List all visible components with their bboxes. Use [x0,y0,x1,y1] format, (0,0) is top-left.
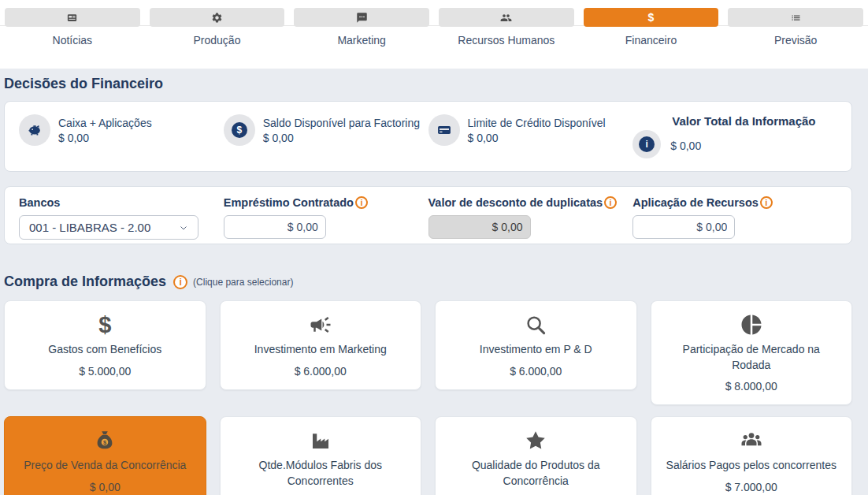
card-label: Preço de Venda da Concorrência [17,458,193,474]
discount-field: Valor de desconto de duplicatasi [428,195,633,239]
tab-producao[interactable]: Produção [145,8,290,47]
summary-value: $ 0,00 [58,132,152,144]
tab-producao-label: Produção [194,34,241,47]
card-value: $ 7.000,00 [664,481,840,493]
info-icon: i [639,136,655,152]
card-value: $ 8.000,00 [664,380,840,393]
tab-previsao[interactable]: Previsão [723,8,868,47]
info-purchase-header: Compra de Informações i (Clique para sel… [4,274,852,290]
summary-item-credito: Limite de Crédito Disponível $ 0,00 [428,114,633,146]
tab-previsao-label: Previsão [774,34,817,47]
bank-label: Bancos [19,196,60,209]
card-value: $ 6.000,00 [448,365,624,378]
info-card-investimento-ped[interactable]: Investimento em P & D $ 6.000,00 [435,300,637,390]
card-label: Qtde.Módulos Fabris dos Concorrentes [233,458,409,489]
info-card-qualidade-produtos[interactable]: Qualidade do Produtos da Concorrência $ … [435,416,637,495]
discount-input [428,215,531,239]
people-icon [500,12,512,24]
tab-marketing-label: Marketing [337,34,385,47]
top-tab-bar: Notícias Produção Marketing Recursos Hum… [0,0,868,69]
list-icon [790,12,802,24]
info-icon[interactable]: i [355,196,368,209]
application-input[interactable] [632,215,735,239]
card-label: Investimento em P & D [448,342,624,358]
loan-label: Empréstimo Contratado [224,196,354,209]
card-value: $ 0,00 [17,481,193,493]
bank-field: Bancos 001 - LIBABRAS - 2.00 [19,195,224,240]
info-card-preco-venda-concorrencia[interactable]: $ Preço de Venda da Concorrência $ 0,00 [4,416,206,495]
tab-recursos-humanos[interactable]: Recursos Humanos [434,8,579,47]
summary-item-caixa: Caixa + Aplicações $ 0,00 [19,114,224,146]
money-bag-icon: $ [93,429,117,452]
main-content: Decisões do Financeiro Caixa + Aplicaçõe… [0,69,868,495]
info-icon[interactable]: i [173,275,187,289]
summary-value: $ 0,00 [263,132,420,144]
info-card-gastos-beneficios[interactable]: $ Gastos com Benefícios $ 5.000,00 [4,300,206,390]
summary-label: Limite de Crédito Disponível [468,114,606,129]
search-icon [524,313,547,337]
summary-item-factoring: $ Saldo Disponível para Factoring $ 0,00 [224,114,428,146]
pie-chart-icon [740,313,763,337]
dollar-icon: $ [98,314,111,337]
tab-previsao-button[interactable] [728,8,863,27]
credit-card-icon [436,122,452,138]
star-icon [524,429,547,452]
discount-label: Valor de desconto de duplicatas [428,196,603,209]
card-label: Participação de Mercado na Rodada [664,342,840,373]
piggy-bank-icon [27,122,43,138]
card-value: $ 5.000,00 [17,365,193,378]
info-card-participacao-mercado[interactable]: Participação de Mercado na Rodada $ 8.00… [651,300,853,405]
tab-noticias[interactable]: Notícias [0,8,145,47]
info-icon[interactable]: i [604,196,617,209]
info-purchase-title: Compra de Informações [4,274,166,290]
card-label: Investimento em Marketing [233,342,409,358]
summary-value: $ 0,00 [670,140,701,152]
tab-noticias-label: Notícias [53,34,93,47]
tab-noticias-button[interactable] [5,8,140,27]
tab-producao-button[interactable] [150,8,285,27]
tab-financeiro-label: Financeiro [625,34,677,47]
financial-summary-panel: Caixa + Aplicações $ 0,00 $ Saldo Dispon… [4,101,852,172]
info-card-modulos-fabris[interactable]: Qtde.Módulos Fabris dos Concorrentes $ 5… [220,416,422,495]
dollar-icon: $ [648,12,655,23]
card-value: $ 6.000,00 [233,365,409,378]
tab-financeiro[interactable]: $ Financeiro [579,8,724,47]
chevron-down-icon [179,223,188,233]
application-label: Aplicação de Recursos [632,196,759,209]
info-icon[interactable]: i [760,196,773,209]
card-label: Qualidade do Produtos da Concorrência [448,458,624,489]
bank-select[interactable]: 001 - LIBABRAS - 2.00 [19,215,198,240]
megaphone-icon [309,313,332,337]
card-label: Salários Pagos pelos concorrentes [664,458,840,474]
tab-recursos-humanos-button[interactable] [439,8,574,27]
info-card-salarios-concorrentes[interactable]: Salários Pagos pelos concorrentes $ 7.00… [651,416,853,495]
summary-value: $ 0,00 [468,132,606,144]
info-card-investimento-marketing[interactable]: Investimento em Marketing $ 6.000,00 [220,300,422,390]
summary-item-valor-informacao: Valor Total da Informação i $ 0,00 [632,114,837,158]
tab-marketing-button[interactable] [294,8,429,27]
summary-label: Saldo Disponível para Factoring [263,114,420,129]
info-purchase-hint: (Clique para selecionar) [193,277,293,288]
bank-selected-option: 001 - LIBABRAS - 2.00 [29,221,150,234]
info-purchase-cards: $ Gastos com Benefícios $ 5.000,00 Inves… [4,300,852,495]
coin-dollar-icon: $ [232,122,247,138]
loan-input[interactable] [224,215,326,239]
loan-field: Empréstimo Contratadoi [224,195,428,239]
group-icon [740,429,763,452]
tab-recursos-humanos-label: Recursos Humanos [458,34,555,47]
summary-label: Caixa + Aplicações [58,114,152,129]
chat-icon [356,12,368,24]
gear-icon [211,12,223,24]
financial-section-title: Decisões do Financeiro [4,76,852,92]
summary-label: Valor Total da Informação [672,114,837,128]
application-field: Aplicação de Recursosi [632,195,837,239]
tab-marketing[interactable]: Marketing [289,8,434,47]
factory-icon [309,429,332,452]
bank-form-panel: Bancos 001 - LIBABRAS - 2.00 Empréstimo … [4,186,852,244]
card-label: Gastos com Benefícios [17,342,193,358]
tab-financeiro-button[interactable]: $ [584,8,719,27]
newspaper-icon [66,12,78,24]
